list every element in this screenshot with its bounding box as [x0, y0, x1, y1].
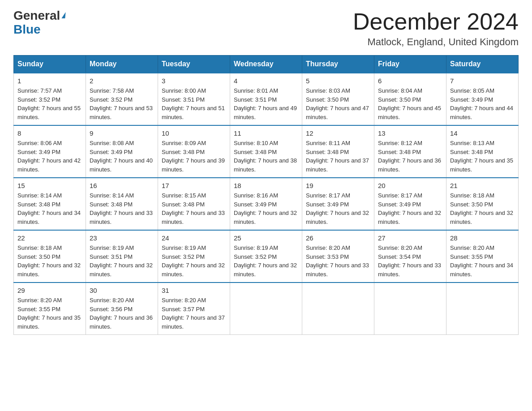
- calendar-day-cell: 31 Sunrise: 8:20 AM Sunset: 3:57 PM Dayl…: [158, 283, 230, 335]
- day-number: 18: [234, 182, 298, 189]
- calendar-day-cell: 29 Sunrise: 8:20 AM Sunset: 3:55 PM Dayl…: [14, 283, 86, 335]
- calendar-day-cell: 16 Sunrise: 8:14 AM Sunset: 3:48 PM Dayl…: [86, 178, 158, 230]
- day-number: 22: [17, 234, 82, 242]
- day-info: Sunrise: 8:10 AM Sunset: 3:48 PM Dayligh…: [234, 139, 298, 174]
- day-number: 25: [234, 234, 298, 242]
- logo: General Blue: [13, 9, 65, 37]
- calendar-day-cell: 2 Sunrise: 7:58 AM Sunset: 3:52 PM Dayli…: [86, 73, 158, 125]
- calendar-day-cell: 25 Sunrise: 8:19 AM Sunset: 3:52 PM Dayl…: [230, 230, 302, 283]
- month-title: December 2024: [353, 9, 519, 34]
- header-thursday: Thursday: [302, 56, 374, 73]
- calendar-day-cell: 11 Sunrise: 8:10 AM Sunset: 3:48 PM Dayl…: [230, 125, 302, 178]
- calendar-day-cell: 3 Sunrise: 8:00 AM Sunset: 3:51 PM Dayli…: [158, 73, 230, 125]
- day-info: Sunrise: 8:04 AM Sunset: 3:50 PM Dayligh…: [378, 86, 442, 121]
- day-number: 3: [162, 77, 226, 85]
- calendar-day-cell: 13 Sunrise: 8:12 AM Sunset: 3:48 PM Dayl…: [374, 125, 446, 178]
- day-info: Sunrise: 8:16 AM Sunset: 3:49 PM Dayligh…: [234, 191, 298, 226]
- day-number: 16: [90, 182, 154, 189]
- day-info: Sunrise: 8:19 AM Sunset: 3:51 PM Dayligh…: [90, 244, 154, 278]
- day-info: Sunrise: 8:05 AM Sunset: 3:49 PM Dayligh…: [450, 86, 515, 121]
- calendar-day-cell: 28 Sunrise: 8:20 AM Sunset: 3:55 PM Dayl…: [446, 230, 519, 283]
- day-info: Sunrise: 7:57 AM Sunset: 3:52 PM Dayligh…: [17, 86, 82, 121]
- calendar-week-row: 29 Sunrise: 8:20 AM Sunset: 3:55 PM Dayl…: [14, 283, 519, 335]
- header-sunday: Sunday: [14, 56, 86, 73]
- calendar-day-cell: 9 Sunrise: 8:08 AM Sunset: 3:49 PM Dayli…: [86, 125, 158, 178]
- day-info: Sunrise: 8:17 AM Sunset: 3:49 PM Dayligh…: [378, 191, 442, 226]
- calendar-week-row: 1 Sunrise: 7:57 AM Sunset: 3:52 PM Dayli…: [14, 73, 519, 125]
- day-info: Sunrise: 8:06 AM Sunset: 3:49 PM Dayligh…: [17, 139, 82, 174]
- calendar-week-row: 8 Sunrise: 8:06 AM Sunset: 3:49 PM Dayli…: [14, 125, 519, 178]
- calendar-header-row: Sunday Monday Tuesday Wednesday Thursday…: [14, 56, 519, 73]
- day-number: 27: [378, 234, 442, 242]
- header-wednesday: Wednesday: [230, 56, 302, 73]
- day-info: Sunrise: 8:19 AM Sunset: 3:52 PM Dayligh…: [234, 244, 298, 278]
- day-number: 29: [17, 287, 82, 294]
- day-number: 7: [450, 77, 515, 85]
- day-info: Sunrise: 8:18 AM Sunset: 3:50 PM Dayligh…: [450, 191, 515, 226]
- day-number: 14: [450, 129, 515, 137]
- calendar-day-cell: 19 Sunrise: 8:17 AM Sunset: 3:49 PM Dayl…: [302, 178, 374, 230]
- day-info: Sunrise: 8:09 AM Sunset: 3:48 PM Dayligh…: [162, 139, 226, 174]
- location-text: Matlock, England, United Kingdom: [353, 36, 519, 48]
- day-number: 17: [162, 182, 226, 189]
- calendar-day-cell: 20 Sunrise: 8:17 AM Sunset: 3:49 PM Dayl…: [374, 178, 446, 230]
- logo-blue-text: Blue: [13, 22, 41, 36]
- day-number: 10: [162, 129, 226, 137]
- day-number: 15: [17, 182, 82, 189]
- day-info: Sunrise: 8:13 AM Sunset: 3:48 PM Dayligh…: [450, 139, 515, 174]
- calendar-day-cell: 6 Sunrise: 8:04 AM Sunset: 3:50 PM Dayli…: [374, 73, 446, 125]
- calendar-day-cell: 22 Sunrise: 8:18 AM Sunset: 3:50 PM Dayl…: [14, 230, 86, 283]
- calendar-day-cell: 12 Sunrise: 8:11 AM Sunset: 3:48 PM Dayl…: [302, 125, 374, 178]
- day-number: 9: [90, 129, 154, 137]
- day-number: 30: [90, 287, 154, 294]
- day-info: Sunrise: 8:15 AM Sunset: 3:48 PM Dayligh…: [162, 191, 226, 226]
- calendar-day-cell: [374, 283, 446, 335]
- calendar-day-cell: 10 Sunrise: 8:09 AM Sunset: 3:48 PM Dayl…: [158, 125, 230, 178]
- calendar-day-cell: [302, 283, 374, 335]
- day-number: 5: [306, 77, 370, 85]
- calendar-day-cell: 21 Sunrise: 8:18 AM Sunset: 3:50 PM Dayl…: [446, 178, 519, 230]
- day-info: Sunrise: 8:14 AM Sunset: 3:48 PM Dayligh…: [90, 191, 154, 226]
- calendar-day-cell: 15 Sunrise: 8:14 AM Sunset: 3:48 PM Dayl…: [14, 178, 86, 230]
- day-number: 20: [378, 182, 442, 189]
- day-info: Sunrise: 8:20 AM Sunset: 3:53 PM Dayligh…: [306, 244, 370, 278]
- day-info: Sunrise: 8:20 AM Sunset: 3:54 PM Dayligh…: [378, 244, 442, 278]
- day-number: 11: [234, 129, 298, 137]
- day-number: 13: [378, 129, 442, 137]
- day-number: 19: [306, 182, 370, 189]
- title-section: December 2024 Matlock, England, United K…: [353, 9, 519, 48]
- calendar-day-cell: 27 Sunrise: 8:20 AM Sunset: 3:54 PM Dayl…: [374, 230, 446, 283]
- day-info: Sunrise: 8:03 AM Sunset: 3:50 PM Dayligh…: [306, 86, 370, 121]
- day-info: Sunrise: 8:20 AM Sunset: 3:55 PM Dayligh…: [17, 296, 82, 331]
- day-info: Sunrise: 8:08 AM Sunset: 3:49 PM Dayligh…: [90, 139, 154, 174]
- day-info: Sunrise: 8:20 AM Sunset: 3:55 PM Dayligh…: [450, 244, 515, 278]
- day-number: 8: [17, 129, 82, 137]
- day-number: 21: [450, 182, 515, 189]
- calendar-week-row: 22 Sunrise: 8:18 AM Sunset: 3:50 PM Dayl…: [14, 230, 519, 283]
- calendar-day-cell: 1 Sunrise: 7:57 AM Sunset: 3:52 PM Dayli…: [14, 73, 86, 125]
- calendar-day-cell: 24 Sunrise: 8:19 AM Sunset: 3:52 PM Dayl…: [158, 230, 230, 283]
- day-number: 31: [162, 287, 226, 294]
- day-number: 28: [450, 234, 515, 242]
- day-info: Sunrise: 8:12 AM Sunset: 3:48 PM Dayligh…: [378, 139, 442, 174]
- calendar-day-cell: [230, 283, 302, 335]
- day-info: Sunrise: 8:19 AM Sunset: 3:52 PM Dayligh…: [162, 244, 226, 278]
- calendar-day-cell: 4 Sunrise: 8:01 AM Sunset: 3:51 PM Dayli…: [230, 73, 302, 125]
- day-info: Sunrise: 8:11 AM Sunset: 3:48 PM Dayligh…: [306, 139, 370, 174]
- calendar-day-cell: 17 Sunrise: 8:15 AM Sunset: 3:48 PM Dayl…: [158, 178, 230, 230]
- day-info: Sunrise: 8:17 AM Sunset: 3:49 PM Dayligh…: [306, 191, 370, 226]
- logo-general-text: General: [13, 9, 60, 23]
- day-info: Sunrise: 8:20 AM Sunset: 3:56 PM Dayligh…: [90, 296, 154, 331]
- day-number: 26: [306, 234, 370, 242]
- calendar-day-cell: 8 Sunrise: 8:06 AM Sunset: 3:49 PM Dayli…: [14, 125, 86, 178]
- header-monday: Monday: [86, 56, 158, 73]
- day-info: Sunrise: 8:18 AM Sunset: 3:50 PM Dayligh…: [17, 244, 82, 278]
- day-number: 1: [17, 77, 82, 85]
- day-info: Sunrise: 8:00 AM Sunset: 3:51 PM Dayligh…: [162, 86, 226, 121]
- calendar-day-cell: 18 Sunrise: 8:16 AM Sunset: 3:49 PM Dayl…: [230, 178, 302, 230]
- calendar-day-cell: [446, 283, 519, 335]
- page-header: General Blue December 2024 Matlock, Engl…: [13, 9, 519, 48]
- day-number: 23: [90, 234, 154, 242]
- header-saturday: Saturday: [446, 56, 519, 73]
- header-tuesday: Tuesday: [158, 56, 230, 73]
